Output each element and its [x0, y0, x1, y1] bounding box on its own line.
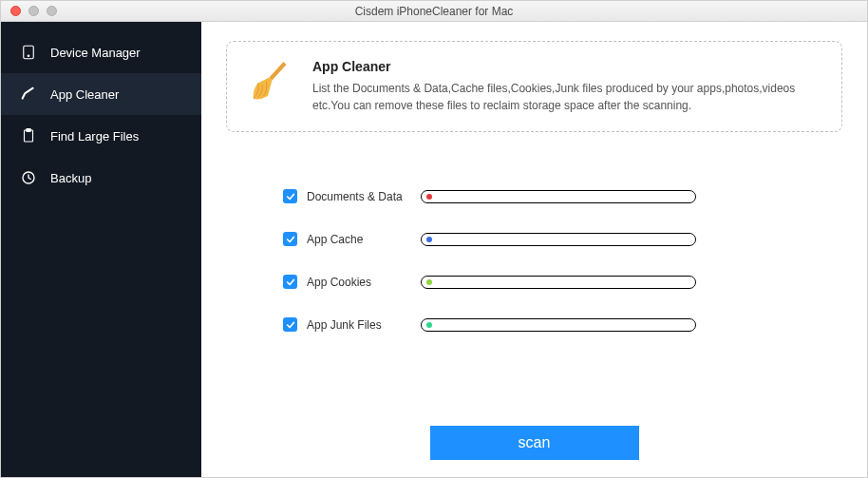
options-list: Documents & Data App Cache App Cookies [226, 189, 842, 332]
progress-bar-app-cache [421, 233, 696, 246]
progress-dot [426, 279, 432, 285]
broom-icon [248, 59, 293, 105]
sidebar-item-label: Find Large Files [50, 129, 139, 143]
sidebar-item-backup[interactable]: Backup [1, 157, 201, 199]
option-row-documents-data: Documents & Data [283, 189, 842, 203]
progress-dot [426, 322, 432, 328]
sidebar-item-find-large-files[interactable]: Find Large Files [1, 115, 201, 157]
progress-bar-documents-data [421, 190, 696, 203]
clipboard-icon [20, 127, 37, 144]
window-maximize-button[interactable] [47, 6, 57, 16]
device-icon [20, 44, 37, 61]
checkbox-app-junk[interactable] [283, 317, 297, 332]
sidebar-item-device-manager[interactable]: Device Manager [1, 31, 201, 73]
window-title: Cisdem iPhoneCleaner for Mac [1, 5, 867, 18]
main-content: App Cleaner List the Documents & Data,Ca… [201, 22, 867, 478]
window-minimize-button[interactable] [28, 6, 39, 16]
option-label: App Cookies [297, 276, 421, 289]
option-label: App Cache [297, 233, 421, 246]
option-label: App Junk Files [297, 318, 421, 332]
scan-button[interactable]: scan [430, 426, 639, 460]
progress-bar-app-junk [421, 318, 696, 332]
checkbox-app-cookies[interactable] [283, 275, 297, 289]
sidebar-item-label: App Cleaner [50, 87, 119, 102]
window-close-button[interactable] [10, 6, 21, 16]
progress-dot [426, 194, 432, 200]
progress-bar-app-cookies [421, 276, 696, 289]
checkbox-documents-data[interactable] [283, 189, 297, 203]
panel-title: App Cleaner [312, 59, 821, 74]
checkbox-app-cache[interactable] [283, 232, 297, 246]
option-row-app-cookies: App Cookies [283, 275, 842, 289]
panel-description: List the Documents & Data,Cache files,Co… [312, 80, 821, 114]
sidebar-item-label: Device Manager [50, 46, 141, 60]
backup-icon [20, 169, 37, 186]
titlebar: Cisdem iPhoneCleaner for Mac [1, 1, 867, 22]
broom-small-icon [20, 86, 37, 103]
traffic-lights [1, 6, 57, 16]
sidebar: Device Manager App Cleaner Find Large Fi… [1, 22, 201, 478]
svg-rect-3 [27, 129, 31, 132]
svg-point-1 [28, 55, 29, 57]
info-box: App Cleaner List the Documents & Data,Ca… [226, 41, 842, 132]
option-row-app-cache: App Cache [283, 232, 842, 246]
option-row-app-junk: App Junk Files [283, 317, 842, 332]
sidebar-item-app-cleaner[interactable]: App Cleaner [1, 73, 201, 115]
progress-dot [426, 237, 432, 242]
option-label: Documents & Data [297, 190, 421, 203]
sidebar-item-label: Backup [50, 171, 91, 185]
